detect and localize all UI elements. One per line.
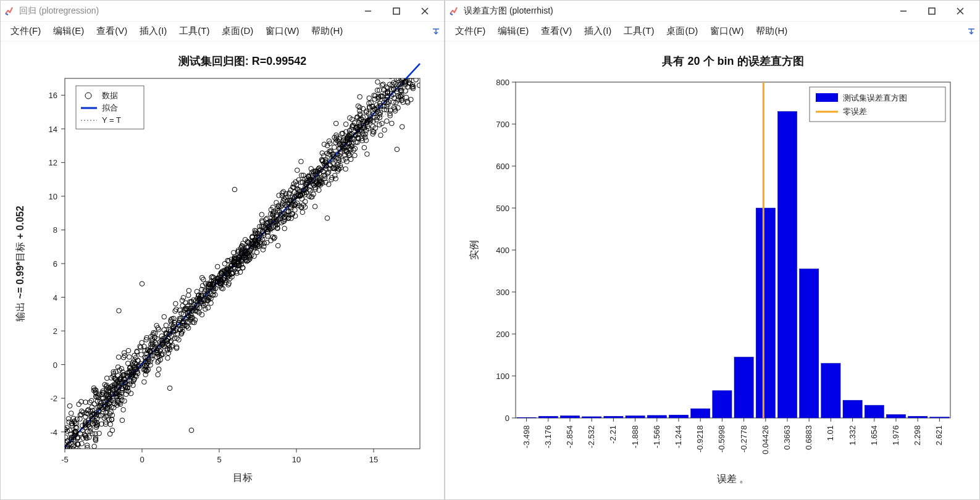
close-button[interactable] (411, 1, 439, 21)
regression-chart: 测试集回归图: R=0.99542-5051015-4-202468101214… (6, 48, 438, 492)
svg-rect-1589 (690, 409, 710, 418)
svg-text:400: 400 (496, 246, 509, 255)
svg-point-503 (404, 48, 409, 49)
svg-rect-1598 (886, 415, 905, 418)
svg-text:零误差: 零误差 (843, 107, 867, 116)
menubar-left: 文件(F) 编辑(E) 查看(V) 插入(I) 工具(T) 桌面(D) 窗口(W… (1, 22, 444, 41)
svg-point-221 (67, 464, 72, 469)
svg-text:-3.498: -3.498 (521, 425, 530, 448)
maximize-button[interactable] (918, 1, 946, 21)
svg-point-735 (408, 49, 413, 54)
svg-point-440 (401, 73, 406, 78)
svg-text:6: 6 (53, 259, 57, 269)
svg-rect-1562 (516, 82, 950, 418)
menu-overflow-icon[interactable] (966, 25, 977, 36)
svg-point-740 (403, 65, 408, 70)
menu-edit[interactable]: 编辑(E) (48, 23, 89, 40)
menu-help[interactable]: 帮助(H) (306, 23, 348, 40)
titlebar-right[interactable]: 误差直方图 (ploterrhist) (445, 1, 979, 22)
menu-help[interactable]: 帮助(H) (751, 23, 792, 40)
svg-point-276 (67, 465, 72, 470)
svg-text:0.3663: 0.3663 (782, 425, 792, 450)
svg-point-624 (386, 70, 391, 75)
svg-point-909 (80, 473, 85, 478)
regression-canvas: 测试集回归图: R=0.99542-5051015-4-202468101214… (1, 41, 444, 499)
svg-rect-1583 (560, 416, 579, 418)
svg-text:200: 200 (496, 330, 509, 339)
matlab-icon (4, 6, 14, 16)
menu-file[interactable]: 文件(F) (450, 23, 490, 40)
svg-text:-1.888: -1.888 (630, 425, 639, 448)
menu-insert[interactable]: 插入(I) (135, 23, 172, 40)
menu-window[interactable]: 窗口(W) (705, 23, 748, 40)
svg-rect-1645 (816, 93, 838, 102)
svg-point-1226 (414, 73, 419, 78)
menu-tools[interactable]: 工具(T) (174, 23, 214, 40)
svg-text:1.976: 1.976 (891, 425, 900, 446)
svg-point-474 (401, 69, 406, 73)
titlebar-left[interactable]: 回归 (plotregression) (1, 1, 444, 22)
menu-view[interactable]: 查看(V) (536, 23, 577, 40)
svg-text:Y = T: Y = T (102, 115, 121, 125)
menu-overflow-icon[interactable] (430, 25, 442, 36)
svg-text:-0.9218: -0.9218 (695, 425, 705, 452)
svg-point-1004 (404, 66, 409, 71)
svg-point-469 (410, 54, 415, 59)
minimize-button[interactable] (889, 1, 918, 21)
svg-text:700: 700 (496, 120, 509, 129)
svg-point-1533 (72, 459, 77, 464)
matlab-icon (449, 6, 459, 16)
svg-point-1106 (73, 463, 78, 468)
svg-rect-1587 (647, 415, 666, 418)
svg-point-904 (398, 67, 403, 72)
svg-point-779 (388, 74, 393, 79)
svg-text:800: 800 (496, 78, 509, 87)
svg-text:1.01: 1.01 (826, 425, 835, 441)
svg-text:拟合: 拟合 (102, 103, 118, 112)
svg-point-879 (69, 459, 74, 464)
svg-text:0.04426: 0.04426 (760, 425, 769, 454)
svg-text:16: 16 (49, 91, 57, 100)
menu-file[interactable]: 文件(F) (6, 23, 46, 40)
svg-text:300: 300 (496, 288, 509, 297)
svg-text:2.621: 2.621 (934, 425, 944, 446)
svg-point-1538 (398, 73, 403, 78)
svg-rect-1585 (603, 416, 622, 418)
minimize-button[interactable] (354, 1, 382, 21)
svg-point-931 (413, 53, 418, 58)
svg-rect-1586 (626, 416, 645, 418)
svg-text:-3.176: -3.176 (543, 425, 552, 448)
svg-rect-1558 (929, 8, 935, 14)
svg-point-561 (406, 62, 411, 67)
svg-point-498 (396, 57, 401, 62)
menu-window[interactable]: 窗口(W) (261, 23, 304, 40)
menu-insert[interactable]: 插入(I) (579, 23, 616, 40)
svg-text:1.332: 1.332 (847, 425, 856, 446)
maximize-button[interactable] (382, 1, 411, 21)
svg-rect-1584 (582, 417, 601, 418)
svg-rect-1591 (734, 357, 753, 418)
svg-rect-1644 (810, 87, 945, 122)
svg-point-1228 (405, 57, 410, 62)
svg-text:测试集回归图: R=0.99542: 测试集回归图: R=0.99542 (178, 55, 307, 67)
svg-rect-1596 (843, 400, 862, 418)
menu-tools[interactable]: 工具(T) (619, 23, 659, 40)
svg-text:8: 8 (53, 225, 57, 235)
svg-text:10: 10 (49, 192, 57, 201)
svg-point-1110 (396, 71, 401, 76)
svg-point-995 (77, 456, 82, 460)
svg-point-1026 (417, 73, 422, 78)
svg-point-1294 (406, 48, 411, 50)
menu-view[interactable]: 查看(V) (91, 23, 132, 40)
svg-rect-1582 (538, 416, 558, 418)
menu-desktop[interactable]: 桌面(D) (661, 23, 703, 40)
menu-edit[interactable]: 编辑(E) (493, 23, 534, 40)
menu-desktop[interactable]: 桌面(D) (217, 23, 258, 40)
svg-text:14: 14 (49, 125, 57, 134)
svg-rect-1 (393, 8, 400, 14)
svg-point-1465 (405, 62, 410, 67)
svg-text:-2.21: -2.21 (608, 425, 618, 444)
svg-point-970 (400, 69, 404, 73)
svg-point-473 (414, 48, 419, 52)
close-button[interactable] (946, 1, 974, 21)
